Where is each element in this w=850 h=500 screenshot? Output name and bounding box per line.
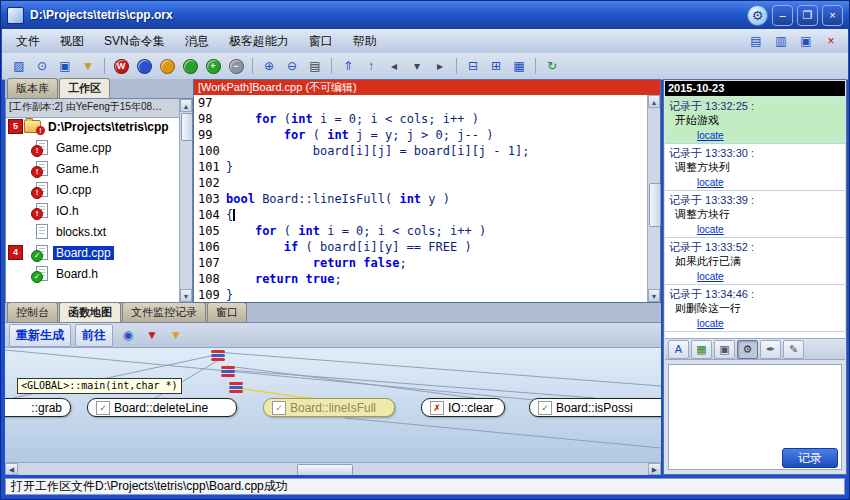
locate-link[interactable]: locate: [697, 318, 724, 329]
edit-pencil-icon[interactable]: ✎: [783, 340, 804, 359]
add-ball-icon[interactable]: +: [202, 55, 224, 77]
scroll-left-icon[interactable]: ◀: [5, 463, 18, 475]
cascade-icon[interactable]: ▦: [508, 55, 530, 77]
tree-scrollbar[interactable]: ▲ ▼: [179, 99, 192, 302]
code-line: 99 for ( int j = y; j > 0; j-- ): [194, 127, 647, 143]
up-icon[interactable]: ↑: [360, 55, 382, 77]
function-map-canvas[interactable]: <GLOBAL>::main(int,char *) ::grab✓Board:…: [5, 348, 661, 462]
tree-item-io-h[interactable]: IO.h: [6, 200, 179, 221]
open-workspace-icon[interactable]: ▨: [8, 55, 30, 77]
locate-link[interactable]: locate: [697, 271, 724, 282]
map-scrollbar[interactable]: ◀ ▶: [5, 462, 661, 475]
call-node-icon[interactable]: [211, 350, 225, 363]
settings-gear-button[interactable]: ⚙: [747, 5, 768, 26]
tree-item-board-cpp[interactable]: 4Board.cpp: [6, 242, 179, 263]
menu-help[interactable]: 帮助: [343, 30, 387, 53]
scroll-up-icon[interactable]: ▲: [180, 99, 192, 112]
locate-link[interactable]: locate: [697, 224, 724, 235]
camera-icon[interactable]: ▣: [714, 340, 735, 359]
goto-button[interactable]: 前往: [75, 324, 113, 347]
filter-icon[interactable]: ▼: [77, 55, 99, 77]
line-number: 100: [194, 143, 226, 159]
up-top-icon[interactable]: ⇑: [337, 55, 359, 77]
layout-h-icon[interactable]: ⊟: [462, 55, 484, 77]
text-attr-icon[interactable]: A: [668, 340, 689, 359]
tab-file-monitor[interactable]: 文件监控记录: [122, 303, 206, 322]
search-view-icon[interactable]: ⊙: [31, 55, 53, 77]
scroll-thumb[interactable]: [297, 464, 353, 475]
zoom-out-icon[interactable]: ⊖: [281, 55, 303, 77]
menu-file[interactable]: 文件: [6, 30, 50, 53]
function-node-label: Board::lineIsFull: [290, 401, 376, 415]
regenerate-button[interactable]: 重新生成: [9, 324, 71, 347]
tree-item-root[interactable]: 5!D:\Projects\tetris\cpp: [6, 116, 179, 137]
record-button[interactable]: 记录: [782, 448, 838, 468]
menu-window[interactable]: 窗口: [299, 30, 343, 53]
gear-icon[interactable]: ⚙: [737, 340, 758, 359]
maximize-button[interactable]: ❐: [797, 5, 818, 26]
function-node-io-clear[interactable]: ✗IO::clear: [421, 398, 505, 417]
green-ball-icon[interactable]: [179, 55, 201, 77]
menu-geek-power[interactable]: 极客超能力: [219, 30, 299, 53]
line-number: 98: [194, 111, 226, 127]
locate-link[interactable]: locate: [697, 177, 724, 188]
tab-repository[interactable]: 版本库: [7, 78, 58, 98]
tab-console[interactable]: 控制台: [7, 303, 58, 322]
tab-window-list[interactable]: 窗口: [207, 303, 247, 322]
scroll-down-icon[interactable]: ▼: [648, 289, 660, 302]
message-bubble-icon[interactable]: ▥: [770, 30, 792, 52]
word-ball-icon[interactable]: W: [110, 55, 132, 77]
remove-ball-icon[interactable]: −: [225, 55, 247, 77]
scroll-thumb[interactable]: [181, 113, 193, 141]
scroll-thumb[interactable]: [649, 183, 661, 227]
tab-workspace[interactable]: 工作区: [59, 78, 110, 98]
new-window-icon[interactable]: ▣: [54, 55, 76, 77]
menu-svn-commands[interactable]: SVN命令集: [94, 30, 175, 53]
tab-function-map[interactable]: 函数地图: [59, 303, 121, 322]
call-node-icon[interactable]: [229, 382, 243, 395]
scroll-up-icon[interactable]: ▲: [648, 95, 660, 108]
function-node-board-deleteline[interactable]: ✓Board::deleteLine: [87, 398, 237, 417]
function-node-grab[interactable]: ::grab: [5, 398, 71, 417]
tree-item-blocks-txt[interactable]: blocks.txt: [6, 221, 179, 242]
blue-ball-icon[interactable]: [133, 55, 155, 77]
tree-item-board-h[interactable]: Board.h: [6, 263, 179, 284]
function-node-board-lineisfull[interactable]: ✓Board::lineIsFull: [263, 398, 395, 417]
call-node-icon[interactable]: [221, 366, 235, 379]
refresh-icon[interactable]: ↻: [541, 55, 563, 77]
nav-right-icon[interactable]: ▸: [429, 55, 451, 77]
menu-view[interactable]: 视图: [50, 30, 94, 53]
close-button[interactable]: ×: [822, 5, 843, 26]
menu-items: 文件视图SVN命令集消息极客超能力窗口帮助: [6, 30, 387, 53]
editor-scrollbar[interactable]: ▲ ▼: [647, 95, 660, 302]
tree-item-label: D:\Projects\tetris\cpp: [45, 120, 172, 134]
function-node-board-ispossi[interactable]: ✓Board::isPossi: [529, 398, 661, 417]
monitor-icon[interactable]: ▣: [795, 30, 817, 52]
menu-messages[interactable]: 消息: [175, 30, 219, 53]
nav-down-icon[interactable]: ▾: [406, 55, 428, 77]
tree-item-game-h[interactable]: Game.h: [6, 158, 179, 179]
scroll-down-icon[interactable]: ▼: [180, 289, 192, 302]
tree-item-game-cpp[interactable]: Game.cpp: [6, 137, 179, 158]
locate-link[interactable]: locate: [697, 130, 724, 141]
zoom-in-icon[interactable]: ⊕: [258, 55, 280, 77]
scroll-right-icon[interactable]: ▶: [648, 463, 661, 475]
code-text: return true;: [226, 271, 342, 287]
overview-map-icon[interactable]: ◉: [117, 324, 139, 346]
board-list-icon[interactable]: ▤: [745, 30, 767, 52]
log-toolbar: A▦▣⚙✒✎: [665, 338, 845, 360]
close-view-icon[interactable]: ×: [820, 30, 842, 52]
line-number: 106: [194, 239, 226, 255]
code-area[interactable]: 9798 for (int i = 0; i < cols; i++ )99 f…: [194, 95, 647, 302]
minimize-button[interactable]: –: [772, 5, 793, 26]
image-icon[interactable]: ▦: [691, 340, 712, 359]
filter-yellow-icon[interactable]: ▼: [165, 324, 187, 346]
print-icon[interactable]: ▤: [304, 55, 326, 77]
layout-v-icon[interactable]: ⊞: [485, 55, 507, 77]
nav-left-icon[interactable]: ◂: [383, 55, 405, 77]
filter-red-icon[interactable]: ▼: [141, 324, 163, 346]
tree-item-io-cpp[interactable]: IO.cpp: [6, 179, 179, 200]
probe-icon[interactable]: ✒: [760, 340, 781, 359]
tree-item-label: Board.h: [53, 267, 101, 281]
orange-ball-icon[interactable]: [156, 55, 178, 77]
